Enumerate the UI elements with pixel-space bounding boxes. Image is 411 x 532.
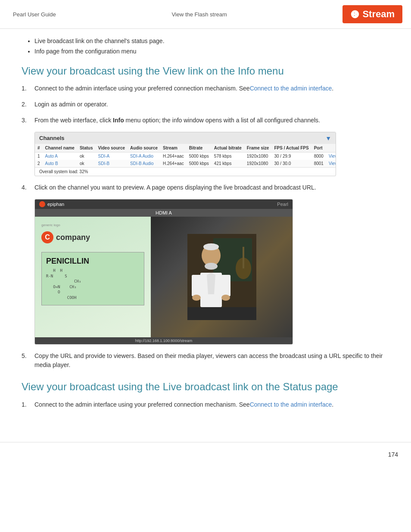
- preview-topbar-pearl: Pearl: [277, 202, 288, 207]
- col-video-source: Video source: [95, 144, 128, 152]
- col-action: [326, 144, 336, 152]
- section2-heading: View your broadcast using the Live broad…: [22, 380, 389, 393]
- preview-title-bar: HDMI A: [35, 209, 293, 217]
- col-frame-size: Frame size: [244, 144, 272, 152]
- row2-status: ok: [77, 160, 96, 167]
- section1-heading: View your broadcast using the View link …: [22, 65, 389, 77]
- row1-audio-source: SDI-A Audio: [128, 152, 160, 160]
- step-5: 5. Copy the URL and provide to viewers. …: [22, 352, 389, 370]
- col-num: #: [35, 144, 43, 152]
- channels-header: Channels ▼: [35, 132, 336, 144]
- step-1: 1. Connect to the admin interface using …: [22, 84, 389, 93]
- section1-step5: 5. Copy the URL and provide to viewers. …: [22, 352, 389, 370]
- section1-steps: 1. Connect to the admin interface using …: [22, 84, 389, 125]
- channels-table-container: Channels ▼ # Channel name Status Video s…: [34, 132, 336, 176]
- company-name: company: [56, 233, 90, 242]
- row2-num: 2: [35, 160, 43, 167]
- col-port: Port: [311, 144, 326, 152]
- step-4-num: 4.: [22, 183, 34, 192]
- col-bitrate: Bitrate: [187, 144, 212, 152]
- preview-container: epiphan Pearl HDMI A generic logo C comp…: [34, 199, 293, 345]
- row1-frame-size: 1920x1080: [244, 152, 272, 160]
- row2-audio-source: SDI-B Audio: [128, 160, 160, 167]
- col-actual-bitrate: Actual bitrate: [212, 144, 244, 152]
- header-center-text: View the Flash stream: [171, 11, 227, 18]
- penicillin-box: PENICILLIN H H R-N S CH₃ O=N CH₃ O COOH: [41, 252, 144, 305]
- preview-topbar-brand: epiphan: [47, 202, 64, 207]
- col-stream: Stream: [160, 144, 187, 152]
- step-1-text-before: Connect to the admin interface using you…: [34, 85, 250, 92]
- preview-right-panel: [151, 217, 293, 337]
- person-svg: [187, 234, 256, 320]
- section2-step-1-num: 1.: [22, 400, 34, 409]
- step-1-content: Connect to the admin interface using you…: [34, 84, 389, 93]
- step-4: 4. Click on the channel you want to prev…: [22, 183, 389, 192]
- table-row: 1 Auto A ok SDI-A SDI-A Audio H.264+aac …: [35, 152, 336, 160]
- page-number: 174: [0, 447, 411, 462]
- epiphan-logo-icon: [39, 201, 45, 207]
- footer-divider: [0, 442, 411, 447]
- svg-point-14: [221, 295, 230, 301]
- col-audio-source: Audio source: [128, 144, 160, 152]
- stream-icon: [350, 9, 360, 19]
- chemical-formula: H H R-N S CH₃ O=N CH₃ O COOH: [46, 268, 140, 301]
- row1-channel-name: Auto A: [43, 152, 77, 160]
- preview-topbar: epiphan Pearl: [35, 199, 293, 209]
- section2-step-1-link[interactable]: Connect to the admin interface: [250, 401, 332, 408]
- stream-badge: Stream: [342, 5, 402, 23]
- channels-data-table: # Channel name Status Video source Audio…: [35, 144, 336, 167]
- row2-frame-size: 1920x1080: [244, 160, 272, 167]
- svg-rect-4: [243, 247, 244, 268]
- channels-title: Channels: [39, 135, 65, 141]
- row2-stream: H.264+aac: [160, 160, 187, 167]
- section1-steps-continued: 4. Click on the channel you want to prev…: [22, 183, 389, 192]
- preview-body: generic logo C company PENICILLIN H H R-…: [35, 217, 293, 337]
- stream-label: Stream: [362, 9, 395, 20]
- company-logo-area: C company: [41, 231, 144, 243]
- svg-rect-12: [221, 275, 230, 296]
- preview-left-panel: generic logo C company PENICILLIN H H R-…: [35, 217, 151, 337]
- preview-bottom-bar: http://192.168.1.100:8000/stream: [35, 337, 293, 344]
- top-bullets-section: Live broadcast link on the channel's sta…: [22, 37, 389, 55]
- svg-point-6: [203, 243, 219, 250]
- section2-step-1-content: Connect to the admin interface using you…: [34, 400, 389, 409]
- step-3: 3. From the web interface, click Info me…: [22, 116, 389, 125]
- col-channel-name: Channel name: [43, 144, 77, 152]
- bullet-item-2: Info page from the configuration menu: [34, 48, 389, 55]
- step-1-link[interactable]: Connect to the admin interface: [250, 85, 332, 92]
- bullet-item-1: Live broadcast link on the channel's sta…: [34, 37, 389, 44]
- col-fps: FPS / Actual FPS: [271, 144, 311, 152]
- row1-port: 8000: [311, 152, 326, 160]
- row2-fps: 30 / 30.0: [271, 160, 311, 167]
- row1-fps: 30 / 29.9: [271, 152, 311, 160]
- section2-steps: 1. Connect to the admin interface using …: [22, 400, 389, 409]
- step-1-num: 1.: [22, 84, 34, 93]
- row2-channel-name: Auto B: [43, 160, 77, 167]
- row1-status: ok: [77, 152, 96, 160]
- company-label-area: generic logo: [41, 223, 144, 227]
- penicillin-title: PENICILLIN: [46, 257, 140, 266]
- header-left-text: Pearl User Guide: [13, 11, 56, 18]
- step-5-num: 5.: [22, 352, 34, 370]
- company-circle-icon: C: [41, 231, 53, 243]
- svg-point-7: [205, 263, 218, 270]
- row2-view[interactable]: View: [326, 160, 336, 167]
- step-3-bold: Info: [113, 117, 124, 124]
- step-3-text-before: From the web interface, click: [34, 117, 113, 124]
- step-3-content: From the web interface, click Info menu …: [34, 116, 389, 125]
- svg-point-13: [192, 295, 201, 301]
- row1-video-source: SDI-A: [95, 152, 128, 160]
- row2-video-source: SDI-B: [95, 160, 128, 167]
- sort-arrow-icon[interactable]: ▼: [325, 135, 331, 142]
- channels-footer: Overall system load: 32%: [35, 167, 336, 176]
- row1-bitrate: 5000 kbps: [187, 152, 212, 160]
- section2-step-1: 1. Connect to the admin interface using …: [22, 400, 389, 409]
- step-3-text-after: menu option; the info window opens with …: [124, 117, 320, 124]
- step-3-num: 3.: [22, 116, 34, 125]
- row1-view[interactable]: View: [326, 152, 336, 160]
- row1-actual-bitrate: 578 kbps: [212, 152, 244, 160]
- table-row: 2 Auto B ok SDI-B SDI-B Audio H.264+aac …: [35, 160, 336, 167]
- row1-stream: H.264+aac: [160, 152, 187, 160]
- svg-rect-11: [192, 275, 201, 296]
- preview-topbar-left: epiphan: [39, 201, 64, 207]
